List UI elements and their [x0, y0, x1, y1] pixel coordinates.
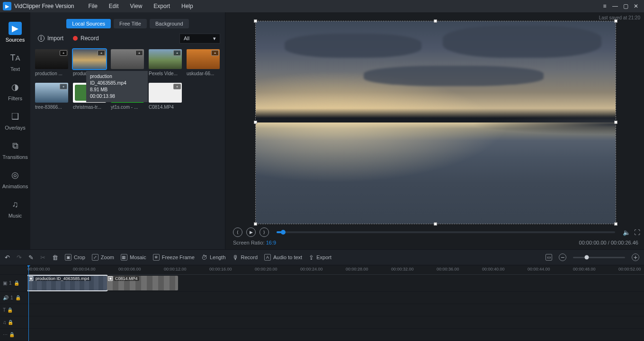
add-icon[interactable]: +	[135, 50, 143, 56]
media-thumb[interactable]: +production ...	[35, 49, 68, 76]
menu-file[interactable]: File	[83, 0, 103, 12]
resize-handle[interactable]	[254, 19, 257, 23]
media-tooltip: production ID_4063585.mp4 8.91 MB 00:00:…	[86, 71, 148, 102]
music-track[interactable]	[27, 316, 644, 329]
track-head-video[interactable]: ▣ 1 🔒	[0, 275, 27, 292]
menu-export[interactable]: Export	[148, 0, 176, 12]
resize-handle[interactable]	[254, 222, 257, 226]
nav-transitions[interactable]: ⧉ Transitions	[0, 134, 30, 164]
play-button[interactable]: ▶	[246, 227, 256, 237]
add-icon[interactable]: +	[60, 50, 67, 56]
media-thumb[interactable]: +Pexels Vide...	[149, 49, 182, 76]
import-button[interactable]: ↧ Import	[35, 33, 66, 44]
track-head-text[interactable]: T 🔒	[0, 304, 27, 316]
clip-mark-icon: ▣	[108, 276, 113, 281]
add-icon[interactable]: +	[60, 84, 67, 89]
screen-ratio: Screen Ratio: 16:9	[233, 240, 276, 245]
freeze-tool[interactable]: ❄Freeze Frame	[153, 254, 195, 261]
timeline-clip[interactable]: ▣ production ID_4063585.mp4	[27, 276, 107, 290]
menubar: ▶ VidClipper Free Version File Edit View…	[0, 0, 644, 12]
transitions-icon: ⧉	[9, 139, 22, 152]
text-track[interactable]	[27, 304, 644, 316]
add-icon[interactable]: +	[173, 50, 181, 56]
app-title: VidClipper Free Version	[14, 3, 74, 9]
menu-edit[interactable]: Edit	[103, 0, 125, 12]
tab-background[interactable]: Background	[150, 19, 189, 28]
video-track[interactable]: ▣ production ID_4063585.mp4 ▣ C0814.MP4	[27, 275, 644, 292]
mic-icon: 🎙	[233, 254, 239, 261]
maximize-icon[interactable]: ▢	[620, 1, 631, 11]
nav-filters[interactable]: ◑ Filters	[0, 76, 30, 105]
prev-frame-button[interactable]: ⟨	[233, 227, 242, 237]
resize-handle[interactable]	[614, 19, 617, 23]
nav-music[interactable]: ♫ Music	[0, 193, 30, 222]
add-icon[interactable]: +	[98, 50, 105, 56]
tab-free-title[interactable]: Free Title	[114, 19, 147, 28]
record-tool[interactable]: 🎙Record	[233, 254, 258, 261]
track-head-music[interactable]: ♫ 🔒	[0, 316, 27, 329]
media-thumb[interactable]: +C0814.MP4	[149, 83, 182, 110]
fit-button[interactable]: ▭	[546, 254, 552, 261]
crop-tool[interactable]: ▣Crop	[65, 254, 85, 261]
next-frame-button[interactable]: ⟩	[259, 227, 269, 237]
audio-track[interactable]	[27, 292, 644, 304]
minimize-icon[interactable]: —	[610, 1, 620, 11]
tab-local-sources[interactable]: Local Sources	[66, 19, 111, 28]
ruler-tick: 00:00:00.00	[27, 267, 50, 271]
nav-text[interactable]: TA Text	[0, 46, 30, 76]
track-head-audio[interactable]: 🔊 1 🔒	[0, 292, 27, 304]
track-head-extra[interactable]: ⋯ 🔒	[0, 329, 27, 341]
mosaic-tool[interactable]: ▦Mosaic	[121, 254, 146, 261]
ruler-tick: 00:00:40.00	[482, 267, 505, 271]
add-icon[interactable]: +	[173, 84, 181, 89]
edit-tool-button[interactable]: ✎	[28, 254, 34, 261]
resize-handle[interactable]	[614, 121, 617, 124]
export-tool[interactable]: ⇪Export	[309, 254, 331, 261]
ruler-tick: 00:00:24.00	[300, 267, 323, 271]
resize-handle[interactable]	[434, 222, 437, 226]
resize-handle[interactable]	[614, 222, 617, 226]
sources-panel: Local Sources Free Title Background ↧ Im…	[30, 12, 225, 249]
side-nav: ▶ Sources TA Text ◑ Filters ❑ Overlays ⧉…	[0, 12, 30, 249]
menu-help[interactable]: Help	[176, 0, 199, 12]
nav-animations[interactable]: ◎ Animations	[0, 164, 30, 193]
filter-dropdown[interactable]: All ▾	[179, 34, 220, 44]
close-icon[interactable]: ✕	[631, 1, 641, 11]
hamburger-icon[interactable]: ≡	[599, 1, 610, 11]
media-thumb[interactable]: +tree-83866...	[35, 83, 68, 110]
cut-button[interactable]: ✂	[40, 254, 45, 261]
undo-button[interactable]: ↶	[5, 254, 10, 261]
volume-icon[interactable]: 🔈	[623, 229, 630, 236]
timeline-toolbar: ↶ ↷ ✎ ✂ 🗑 ▣Crop ⤢Zoom ▦Mosaic ❄Freeze Fr…	[0, 249, 644, 265]
ruler-tick: 00:00:28.00	[346, 267, 368, 271]
zoom-out-icon[interactable]: −	[559, 254, 566, 261]
media-grid: +production ... +produc... + +Pexels Vid…	[35, 49, 220, 110]
nav-sources[interactable]: ▶ Sources	[0, 17, 30, 46]
audio-to-text-tool[interactable]: AAudio to text	[264, 254, 302, 261]
ruler-tick: 00:00:20.00	[255, 267, 277, 271]
app-logo-icon: ▶	[3, 2, 11, 10]
resize-handle[interactable]	[434, 19, 437, 23]
seek-bar[interactable]	[277, 231, 615, 233]
redo-button[interactable]: ↷	[17, 254, 22, 261]
zoom-tool[interactable]: ⤢Zoom	[92, 254, 114, 261]
length-tool[interactable]: ⏱Length	[201, 254, 226, 261]
timeline-clip[interactable]: ▣ C0814.MP4	[107, 276, 178, 290]
extra-track[interactable]	[27, 329, 644, 341]
preview-canvas[interactable]	[256, 21, 616, 224]
add-icon[interactable]: +	[211, 50, 219, 56]
record-button[interactable]: Record	[70, 33, 102, 44]
playhead[interactable]	[28, 265, 29, 341]
delete-button[interactable]: 🗑	[52, 254, 58, 261]
resize-handle[interactable]	[254, 121, 257, 124]
zoom-slider[interactable]	[573, 257, 625, 258]
ruler-tick: 00:00:04.00	[73, 267, 96, 271]
time-ruler[interactable]: 00:00:00.0000:00:04.0000:00:08.0000:00:1…	[27, 265, 644, 275]
zoom-in-icon[interactable]: +	[632, 254, 639, 261]
media-thumb[interactable]: +uskudar-66...	[187, 49, 220, 76]
menu-view[interactable]: View	[125, 0, 148, 12]
text-icon: TA	[9, 51, 22, 64]
ruler-tick: 00:00:32.00	[391, 267, 414, 271]
nav-overlays[interactable]: ❑ Overlays	[0, 105, 30, 134]
fullscreen-icon[interactable]: ⛶	[634, 229, 640, 236]
